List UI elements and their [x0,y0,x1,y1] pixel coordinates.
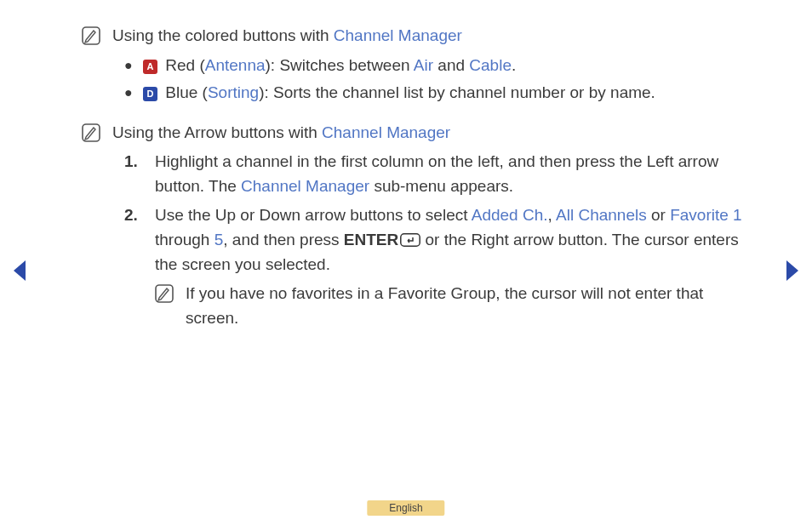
key-badge-a: A [143,60,157,74]
language-badge: English [367,500,444,516]
note-icon [82,123,100,142]
note-text: Using the colored buttons with Channel M… [112,24,462,49]
link-added-ch: Added Ch. [472,206,548,224]
note-icon [82,26,100,45]
link-sorting: Sorting [208,83,259,101]
step-text: Use the Up or Down arrow buttons to sele… [155,203,744,277]
svg-marker-5 [786,260,798,281]
step-number: 2. [124,203,155,277]
next-page-button[interactable] [783,259,802,286]
link-antenna: Antenna [205,56,266,74]
step-text: Highlight a channel in the first column … [155,150,744,198]
step-number: 1. [124,150,155,198]
prev-page-button[interactable] [10,259,29,286]
link-air: Air [414,56,433,74]
document-page: Using the colored buttons with Channel M… [0,0,812,330]
sub-note-favorites: If you have no favorites in a Favorite G… [155,282,744,330]
link-channel-manager: Channel Manager [241,177,369,195]
enter-key: ENTER [344,228,420,253]
link-channel-manager: Channel Manager [322,123,450,141]
link-favorite-1: Favorite 1 [670,206,741,224]
step-2: 2. Use the Up or Down arrow buttons to s… [124,203,744,277]
enter-icon [400,233,420,247]
note-arrow-buttons: Using the Arrow buttons with Channel Man… [82,121,744,146]
link-favorite-5: 5 [214,231,224,248]
sub-note-text: If you have no favorites in a Favorite G… [186,282,744,330]
link-channel-manager: Channel Manager [334,26,462,44]
bullet-red: ● A Red (Antenna): Switches between Air … [124,54,744,78]
key-badge-d: D [143,87,157,101]
note-text: Using the Arrow buttons with Channel Man… [112,121,450,146]
link-all-channels: All Channels [556,206,647,224]
svg-rect-2 [401,234,420,246]
bullet-blue: ● D Blue (Sorting): Sorts the channel li… [124,81,744,106]
link-cable: Cable [469,56,512,74]
note-colored-buttons: Using the colored buttons with Channel M… [82,24,744,49]
bullet-dot-icon: ● [124,54,143,78]
svg-marker-4 [14,260,26,281]
bullet-content: A Red (Antenna): Switches between Air an… [143,54,516,78]
note-icon [155,284,174,303]
step-1: 1. Highlight a channel in the first colu… [124,150,744,198]
bullet-dot-icon: ● [124,81,143,106]
bullet-content: D Blue (Sorting): Sorts the channel list… [143,81,655,106]
